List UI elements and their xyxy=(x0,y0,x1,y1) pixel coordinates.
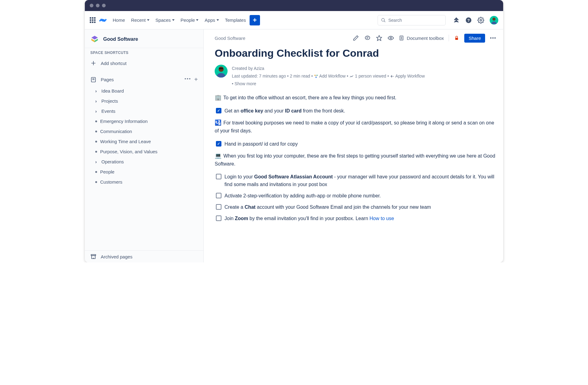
add-page-icon[interactable]: + xyxy=(194,76,198,83)
archive-icon xyxy=(90,253,96,260)
read-time-label: 2 min read xyxy=(290,74,310,78)
checklist-item: Login to your Good Software Atlassian Ac… xyxy=(216,173,496,189)
sidebar-page-label: Events xyxy=(101,109,115,114)
minimize-window-icon[interactable] xyxy=(96,4,100,7)
search-input[interactable] xyxy=(378,15,446,25)
chevron-down-icon xyxy=(217,19,219,21)
shortcuts-section-label: SPACE SHORTCUTS xyxy=(85,48,203,57)
share-button[interactable]: Share xyxy=(464,34,485,43)
content-paragraph: 💻 When you first log into your computer,… xyxy=(215,152,496,168)
svg-point-6 xyxy=(492,17,496,21)
analytics-icon xyxy=(349,74,354,78)
bullet-icon xyxy=(95,120,97,122)
page-icon xyxy=(90,77,96,83)
sidebar-page-item[interactable]: ›Projects xyxy=(87,96,201,106)
maximize-window-icon[interactable] xyxy=(102,4,106,7)
chevron-down-icon xyxy=(172,19,175,21)
sidebar: Good Software SPACE SHORTCUTS Add shortc… xyxy=(85,29,204,262)
sidebar-page-item[interactable]: Customers xyxy=(87,177,201,187)
sidebar-page-label: People xyxy=(100,169,115,174)
space-header[interactable]: Good Software xyxy=(85,29,203,48)
checkbox-unchecked[interactable] xyxy=(216,204,221,210)
edit-icon[interactable] xyxy=(353,35,359,41)
add-shortcut-button[interactable]: Add shortcut xyxy=(85,57,203,69)
apply-workflow-icon xyxy=(390,74,394,78)
divider xyxy=(449,35,449,41)
workflow-icon xyxy=(314,74,318,78)
top-navigation: Home Recent Spaces People Apps Templates… xyxy=(85,11,503,29)
restrictions-icon[interactable] xyxy=(454,35,459,41)
sidebar-page-item[interactable]: ›Operations xyxy=(87,157,201,167)
sidebar-page-label: Emergency Information xyxy=(100,119,148,124)
pages-section-header[interactable]: Pages ••• + xyxy=(85,73,203,86)
apply-workflow-link[interactable]: Apply Workflow xyxy=(395,74,425,78)
sidebar-page-item[interactable]: Purpose, Vision, and Values xyxy=(87,147,201,157)
sidebar-page-item[interactable]: Emergency Information xyxy=(87,116,201,126)
bullet-icon xyxy=(95,141,97,143)
content-paragraph: 🏢 To get into the office without an esco… xyxy=(215,93,496,102)
last-updated-label: Last updated: 7 minutes ago xyxy=(232,74,286,78)
sidebar-page-item[interactable]: Working Time and Leave xyxy=(87,136,201,147)
nav-apps[interactable]: Apps xyxy=(205,17,219,23)
bullet-icon xyxy=(95,181,97,183)
notifications-icon[interactable] xyxy=(453,17,460,24)
add-workflow-link[interactable]: Add Workflow xyxy=(319,74,345,78)
comment-icon[interactable] xyxy=(364,35,371,41)
nav-recent[interactable]: Recent xyxy=(131,17,149,23)
nav-home[interactable]: Home xyxy=(113,17,125,23)
checkbox-checked[interactable] xyxy=(216,108,221,113)
breadcrumb[interactable]: Good Software xyxy=(215,36,245,41)
sidebar-page-item[interactable]: ›Events xyxy=(87,106,201,116)
checkbox-checked[interactable] xyxy=(216,141,221,147)
create-button[interactable]: + xyxy=(250,15,260,25)
checklist-item: Hand in passport/ id card for copy xyxy=(216,140,496,148)
checklist-item: Create a Chat account with your Good Sof… xyxy=(216,204,496,211)
checkbox-unchecked[interactable] xyxy=(216,193,221,198)
nav-spaces[interactable]: Spaces xyxy=(156,17,175,23)
settings-icon[interactable] xyxy=(477,17,484,24)
traffic-lights xyxy=(90,4,106,7)
chevron-right-icon: › xyxy=(95,159,98,164)
author-avatar[interactable] xyxy=(215,65,228,78)
bullet-icon xyxy=(95,151,97,153)
sidebar-page-item[interactable]: ›Idea Board xyxy=(87,86,201,96)
window-titlebar xyxy=(85,0,503,11)
more-icon[interactable]: ••• xyxy=(185,76,191,83)
sidebar-page-label: Operations xyxy=(101,159,124,164)
document-icon xyxy=(399,35,404,41)
document-toolbox-button[interactable]: Document toolbox xyxy=(399,35,444,41)
sidebar-page-item[interactable]: Communication xyxy=(87,126,201,136)
app-switcher-icon[interactable] xyxy=(90,17,96,23)
checkbox-unchecked[interactable] xyxy=(216,174,221,179)
checkbox-unchecked[interactable] xyxy=(216,215,221,221)
passport-emoji: 🛂 xyxy=(215,120,221,126)
bullet-icon xyxy=(95,131,97,132)
how-to-use-link[interactable]: How to use xyxy=(370,216,394,221)
chevron-right-icon: › xyxy=(95,98,98,104)
main-content: Good Software Document toolbox Share xyxy=(204,29,503,262)
profile-avatar[interactable] xyxy=(490,16,498,25)
show-more-link[interactable]: Show more xyxy=(235,81,256,86)
sidebar-page-label: Idea Board xyxy=(101,88,124,93)
nav-templates[interactable]: Templates xyxy=(225,17,246,23)
archived-pages-button[interactable]: Archived pages xyxy=(85,251,203,262)
chevron-down-icon xyxy=(147,19,149,21)
svg-point-0 xyxy=(382,18,384,21)
sidebar-page-item[interactable]: People xyxy=(87,167,201,177)
computer-emoji: 💻 xyxy=(215,153,221,159)
confluence-logo-icon[interactable] xyxy=(99,17,107,24)
svg-point-26 xyxy=(219,67,224,72)
plus-icon xyxy=(90,60,96,66)
star-icon[interactable] xyxy=(376,35,382,41)
space-logo-icon xyxy=(90,35,99,44)
sidebar-page-label: Customers xyxy=(100,179,123,185)
checklist-item: Join Zoom by the email invitation you'll… xyxy=(216,215,496,223)
space-name: Good Software xyxy=(103,36,138,42)
office-emoji: 🏢 xyxy=(215,94,221,101)
help-icon[interactable]: ? xyxy=(465,17,472,24)
close-window-icon[interactable] xyxy=(90,4,93,7)
chevron-right-icon: › xyxy=(95,88,98,93)
more-actions-icon[interactable]: ••• xyxy=(490,36,496,40)
watch-icon[interactable] xyxy=(388,35,394,41)
nav-people[interactable]: People xyxy=(181,17,199,23)
